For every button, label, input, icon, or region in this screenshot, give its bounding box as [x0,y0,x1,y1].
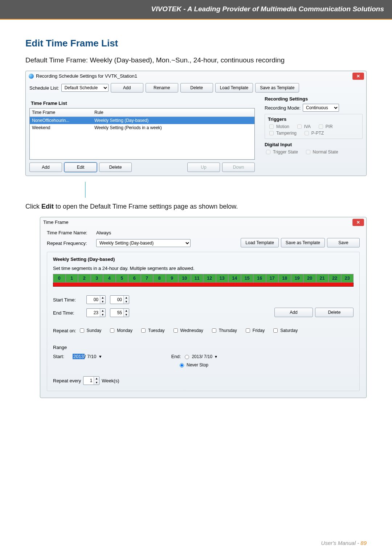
hours-ruler[interactable]: 01234567891011121314151617181920212223 [53,274,354,283]
hour-cell[interactable]: 4 [103,274,116,283]
load-template-button[interactable]: Load Template [241,238,279,247]
hour-cell[interactable]: 3 [91,274,103,283]
hour-cell[interactable]: 0 [53,274,66,283]
hour-cell[interactable]: 6 [128,274,141,283]
hour-cell[interactable]: 14 [228,274,241,283]
hour-cell[interactable]: 9 [166,274,179,283]
hour-cell[interactable]: 1 [66,274,78,283]
close-icon[interactable]: ✕ [352,73,364,80]
repeat-every-unit: Week(s) [102,378,119,383]
hour-cell[interactable]: 22 [328,274,341,283]
range-title: Range [53,345,354,350]
time-frame-list[interactable]: Time Frame Rule NoneOfficehourin... Week… [29,108,255,160]
end-time-label: End Time: [53,310,82,316]
cell-tf: NoneOfficehourin... [30,117,92,124]
repeat-freq-select[interactable]: Weekly Setting (Day-based) [96,239,191,247]
instruction-text: Click Edit to open the Default Time Fram… [25,203,367,210]
hour-cell[interactable]: 8 [153,274,166,283]
add-button[interactable]: Add [111,83,143,93]
recording-mode-label: Recording Mode: [265,105,301,111]
save-button[interactable]: Save [327,238,360,247]
page-footer: User's Manual - 89 [321,540,367,546]
hour-cell[interactable]: 17 [266,274,279,283]
day-sunday[interactable]: Sunday [78,327,102,334]
hour-cell[interactable]: 19 [291,274,304,283]
pir-checkbox[interactable]: PIR [317,123,333,130]
weekly-setting-title: Weekly Setting (Day-based) [53,257,354,262]
rename-button[interactable]: Rename [146,83,178,93]
never-stop-radio[interactable]: Never Stop [178,362,208,368]
window-title: Recording Schedule Settings for VVTK_Sta… [36,73,137,79]
close-icon[interactable]: ✕ [352,219,364,226]
normal-state-checkbox[interactable]: Normal State [305,149,338,155]
recording-settings-title: Recording Settings [265,96,363,102]
hour-cell[interactable]: 20 [303,274,316,283]
day-tuesday[interactable]: Tuesday [140,327,165,334]
tf-up-button[interactable]: Up [187,163,220,172]
triggers-title: Triggers [268,116,359,122]
hour-cell[interactable]: 15 [241,274,254,283]
day-wednesday[interactable]: Wednesday [172,327,203,334]
end-min-spinner[interactable]: 55▲▼ [110,308,129,317]
schedule-list-label: Schedule List: [29,85,59,91]
repeat-freq-label: Repeat Frequency: [47,241,94,246]
repeat-every-spinner[interactable]: 1▲▼ [83,376,99,385]
load-template-button[interactable]: Load Template [215,83,253,93]
callout-line [85,182,86,198]
range-start-date[interactable]: 2013/ 7/10 ▾ [73,354,102,359]
trigger-state-checkbox[interactable]: Trigger State [265,149,298,155]
tampering-checkbox[interactable]: Tampering [268,130,297,136]
day-friday[interactable]: Friday [244,327,265,334]
hour-cell[interactable]: 7 [141,274,154,283]
segment-delete-button[interactable]: Delete [315,308,354,317]
time-segment-bar[interactable] [53,283,354,287]
tf-edit-button[interactable]: Edit [64,163,97,172]
hour-cell[interactable]: 12 [203,274,216,283]
hour-cell[interactable]: 16 [253,274,266,283]
end-date-radio[interactable]: 2013/ 7/10 ▾ [183,354,217,359]
motion-checkbox[interactable]: Motion [268,123,289,130]
schedule-list-select[interactable]: Default Schedule [61,84,109,92]
save-as-template-button[interactable]: Save as Template [255,83,299,93]
recording-mode-select[interactable]: Continuous [303,104,339,112]
day-monday[interactable]: Monday [109,327,132,334]
window-title: Time Frame [43,219,69,225]
delete-button[interactable]: Delete [180,83,213,93]
repeat-every-label: Repeat every [53,378,81,383]
doc-header-banner: VIVOTEK - A Leading Provider of Multimed… [0,0,392,19]
cell-rule: Weekly Setting (Periods in a week) [92,124,254,131]
cell-rule: Weekly Setting (Day-based) [92,117,254,124]
end-hour-spinner[interactable]: 23▲▼ [86,308,106,317]
hour-cell[interactable]: 18 [278,274,291,283]
app-icon [29,74,34,79]
segment-add-button[interactable]: Add [274,308,313,317]
range-end-label: End: [171,354,181,359]
tf-delete-button[interactable]: Delete [99,163,132,172]
hour-cell[interactable]: 11 [191,274,204,283]
tf-down-button[interactable]: Down [222,163,255,172]
weekly-setting-desc: Set time segments in a 24-hour day. Mult… [53,266,354,271]
hour-cell[interactable]: 23 [341,274,354,283]
day-thursday[interactable]: Thursday [211,327,237,334]
start-hour-spinner[interactable]: 00▲▼ [86,295,106,304]
time-frame-window: ✕ Time Frame Time Frame Name: Always Rep… [40,217,367,398]
start-time-label: Start Time: [53,297,82,303]
hour-cell[interactable]: 10 [178,274,191,283]
day-saturday[interactable]: Saturday [272,327,298,334]
save-as-template-button[interactable]: Save as Template [281,238,325,247]
hour-cell[interactable]: 2 [78,274,91,283]
section-intro: Default Time Frame: Weekly (Day-based), … [25,56,367,64]
time-frame-list-title: Time Frame List [31,100,255,106]
table-row[interactable]: Weekend Weekly Setting (Periods in a wee… [30,124,254,131]
iva-checkbox[interactable]: IVA [296,123,311,130]
start-min-spinner[interactable]: 00▲▼ [110,295,129,304]
tf-name-label: Time Frame Name: [47,230,94,235]
table-row[interactable]: NoneOfficehourin... Weekly Setting (Day-… [30,117,254,124]
hour-cell[interactable]: 13 [216,274,229,283]
col-time-frame: Time Frame [30,108,92,117]
hour-cell[interactable]: 5 [116,274,128,283]
range-start-label: Start: [53,354,70,359]
pptz-checkbox[interactable]: P-PTZ [303,130,324,136]
tf-add-button[interactable]: Add [29,163,62,172]
hour-cell[interactable]: 21 [316,274,329,283]
